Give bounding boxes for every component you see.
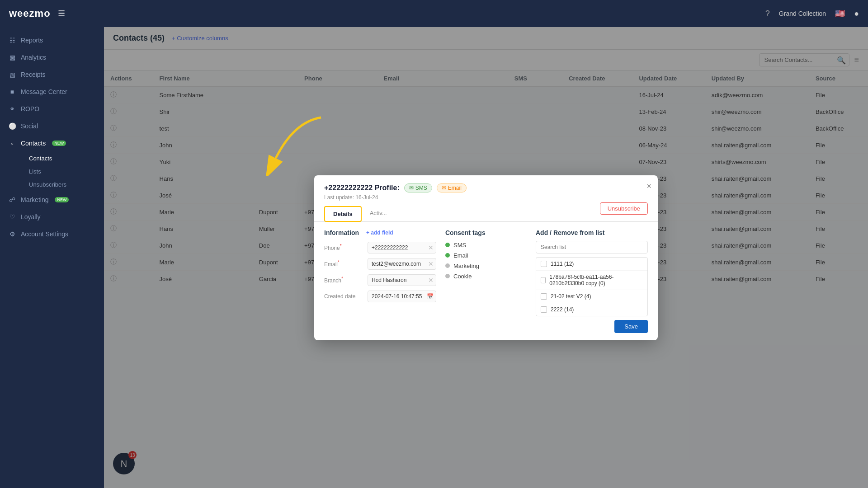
hamburger-icon[interactable]: ☰: [58, 9, 65, 19]
consent-label-cookie: Cookie: [453, 273, 472, 280]
analytics-icon: ▩: [8, 53, 16, 61]
list-item-2222: 2222 (14): [536, 303, 647, 316]
info-title: Information + add field: [324, 229, 436, 236]
list-checkbox-2222[interactable]: [541, 306, 547, 313]
modal-body: Information + add field Phone* ✕ Email*: [314, 222, 658, 340]
reports-icon: ☷: [8, 36, 16, 44]
brand-name: Grand Collection: [779, 10, 826, 17]
calendar-icon[interactable]: 📅: [427, 293, 434, 300]
email-label: Email*: [324, 260, 365, 267]
consent-title: Consent tags: [445, 229, 527, 236]
phone-label: Phone*: [324, 244, 365, 251]
branch-input-wrap: ✕: [368, 274, 436, 286]
unsubscribe-btn[interactable]: Unsubscribe: [600, 202, 648, 215]
consent-dot-email: [445, 253, 450, 258]
social-icon: ⚪: [8, 122, 16, 130]
branch-input[interactable]: [368, 274, 436, 286]
list-item-178ba: 178ba78f-5cfb-ea11-aa56-0210b2f330b0 cop…: [536, 271, 647, 290]
sidebar: ☷ Reports ▩ Analytics ▧ Receipts ■ Messa…: [0, 27, 104, 488]
list-search-input[interactable]: [536, 241, 648, 253]
marketing-icon: ☍: [8, 196, 16, 204]
sidebar-item-loyalty[interactable]: ♡ Loyally: [0, 208, 104, 225]
created-date-input[interactable]: [368, 291, 436, 302]
sidebar-item-marketing[interactable]: ☍ Marketing NEW: [0, 191, 104, 208]
sidebar-sub-item-lists[interactable]: Lists: [21, 165, 104, 178]
modal-header: +22222222222 Profile: ✉ SMS ✉ Email Last…: [314, 175, 658, 201]
phone-input[interactable]: [368, 242, 436, 253]
list-item-1111: 1111 (12): [536, 258, 647, 271]
contacts-badge: NEW: [52, 141, 66, 146]
email-input-wrap: ✕: [368, 258, 436, 270]
list-checkbox-2102[interactable]: [541, 293, 547, 300]
sidebar-item-receipts[interactable]: ▧ Receipts: [0, 66, 104, 83]
help-icon[interactable]: ?: [765, 9, 770, 19]
tab-details[interactable]: Details: [324, 206, 362, 222]
consent-label-sms: SMS: [453, 242, 466, 249]
branch-label: Branch*: [324, 276, 365, 284]
save-btn[interactable]: Save: [614, 320, 648, 333]
modal-email-badge: ✉ Email: [437, 183, 467, 192]
field-created-date: Created date 📅: [324, 291, 436, 302]
sidebar-sub-item-contacts[interactable]: Contacts: [21, 152, 104, 165]
sidebar-label-ropo: ROPO: [21, 105, 39, 113]
modal-overlay: +22222222222 Profile: ✉ SMS ✉ Email Last…: [104, 27, 868, 488]
receipts-icon: ▧: [8, 70, 16, 79]
app-logo: weezmo: [9, 8, 51, 19]
list-label-178ba: 178ba78f-5cfb-ea11-aa56-0210b2f330b0 cop…: [549, 274, 643, 286]
sidebar-label-receipts: Receipts: [21, 71, 45, 78]
ropo-icon: ⚭: [8, 105, 16, 113]
sidebar-sub-item-unsubscribers[interactable]: Unsubscribers: [21, 178, 104, 191]
sidebar-item-contacts[interactable]: ▫ Contacts NEW: [0, 135, 104, 152]
tab-activity[interactable]: Activ...: [362, 206, 395, 222]
sidebar-label-analytics: Analytics: [21, 54, 46, 61]
list-checkbox-1111[interactable]: [541, 261, 547, 267]
modal-subtitle: Last update: 16-Jul-24: [324, 194, 648, 201]
field-email: Email* ✕: [324, 258, 436, 270]
consent-label-email: Email: [453, 252, 468, 259]
consent-marketing: Marketing: [445, 263, 527, 269]
sidebar-item-reports[interactable]: ☷ Reports: [0, 32, 104, 49]
list-label-2102: 21-02 test V2 (4): [551, 293, 591, 300]
sidebar-item-message-center[interactable]: ■ Message Center: [0, 83, 104, 100]
sidebar-label-contacts: Contacts: [21, 140, 46, 147]
consent-dot-marketing: [445, 263, 450, 268]
email-input[interactable]: [368, 258, 436, 270]
created-date-label: Created date: [324, 293, 365, 300]
phone-input-wrap: ✕: [368, 242, 436, 253]
top-nav: weezmo ☰ ? Grand Collection 🇺🇸 ●: [0, 0, 868, 27]
consent-dot-sms: [445, 243, 450, 247]
content-area: Contacts (45) + Customize columns 🔍 ≡ Ac…: [104, 27, 868, 488]
email-clear-icon[interactable]: ✕: [428, 260, 434, 267]
modal-close-btn[interactable]: ×: [646, 182, 651, 191]
sidebar-item-analytics[interactable]: ▩ Analytics: [0, 49, 104, 66]
sidebar-item-social[interactable]: ⚪ Social: [0, 117, 104, 135]
sidebar-label-account: Account Settings: [21, 230, 68, 238]
flag-icon: 🇺🇸: [835, 9, 845, 19]
information-section: Information + add field Phone* ✕ Email*: [324, 229, 436, 333]
consent-dot-cookie: [445, 274, 450, 278]
add-field-btn[interactable]: + add field: [366, 230, 393, 236]
arrow-annotation: [258, 113, 330, 178]
marketing-badge: NEW: [55, 197, 69, 202]
field-phone: Phone* ✕: [324, 242, 436, 253]
created-date-wrap: 📅: [368, 291, 436, 302]
loyalty-icon: ♡: [8, 213, 16, 221]
modal-title: +22222222222 Profile:: [324, 184, 400, 192]
message-icon: ■: [8, 88, 16, 96]
list-checkbox-178ba[interactable]: [541, 277, 546, 283]
modal-sms-badge: ✉ SMS: [404, 183, 432, 192]
modal-title-row: +22222222222 Profile: ✉ SMS ✉ Email: [324, 183, 648, 192]
sidebar-sub-contacts: Contacts Lists Unsubscribers: [0, 152, 104, 191]
list-section: Add / Remove from list 1111 (12) 178ba78…: [536, 229, 648, 333]
branch-clear-icon[interactable]: ✕: [428, 277, 434, 284]
sidebar-item-ropo[interactable]: ⚭ ROPO: [0, 100, 104, 117]
list-items: 1111 (12) 178ba78f-5cfb-ea11-aa56-0210b2…: [536, 257, 648, 316]
contacts-icon: ▫: [8, 139, 16, 147]
nav-left: weezmo ☰: [9, 8, 65, 19]
consent-email: Email: [445, 252, 527, 259]
profile-modal: +22222222222 Profile: ✉ SMS ✉ Email Last…: [314, 175, 658, 340]
user-icon[interactable]: ●: [854, 9, 859, 19]
sidebar-item-account-settings[interactable]: ⚙ Account Settings: [0, 225, 104, 243]
consent-section: Consent tags SMS Email Marketing: [445, 229, 527, 333]
phone-clear-icon[interactable]: ✕: [428, 244, 434, 251]
